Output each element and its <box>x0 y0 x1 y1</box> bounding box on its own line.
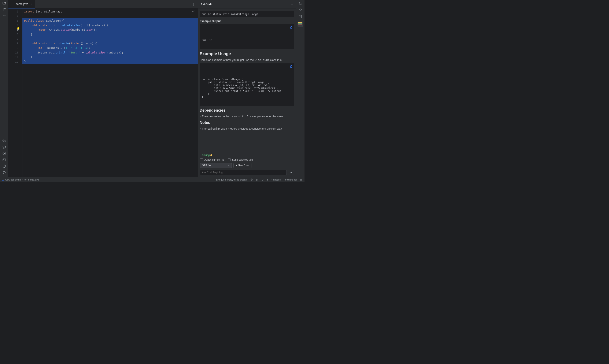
askcodi-header: AskCodi <box>198 0 296 8</box>
svg-point-15 <box>287 3 287 3</box>
tab-demo-java[interactable]: demo.java <box>8 0 35 8</box>
git-icon[interactable] <box>2 170 6 174</box>
svg-point-20 <box>299 15 302 16</box>
encoding[interactable]: UTF-8 <box>262 178 268 181</box>
svg-point-10 <box>3 173 4 174</box>
line-separator[interactable]: LF <box>256 178 259 181</box>
askcodi-title: AskCodi <box>200 2 212 6</box>
svg-point-11 <box>5 172 5 173</box>
project-badge-icon <box>2 179 4 181</box>
code-snippet-sig: public static void main(String[] args) <box>200 11 294 17</box>
svg-rect-25 <box>300 180 302 181</box>
ask-input[interactable] <box>200 170 287 175</box>
askcodi-body[interactable]: public static void main(String[] args) E… <box>198 8 296 152</box>
cursor-position[interactable]: 5:45 (283 chars, 9 line breaks) <box>216 178 248 181</box>
project-name[interactable]: AskCodi_demo <box>5 178 21 181</box>
example-usage-block: public class ExampleUsage { public stati… <box>200 64 294 106</box>
askcodi-panel: AskCodi public static void main(String[]… <box>198 0 296 177</box>
example-output-block: Sum: 15 <box>200 24 294 49</box>
attach-file-checkbox[interactable]: Attach current file <box>200 158 224 161</box>
notes-heading: Notes <box>200 120 294 125</box>
database-icon[interactable] <box>298 15 302 19</box>
breadcrumb-file[interactable]: demo.java <box>28 178 39 181</box>
send-button[interactable] <box>288 170 294 175</box>
deps-bullet: The class relies on the java.util.Arrays… <box>200 114 294 118</box>
lock-icon[interactable] <box>300 178 302 181</box>
svg-rect-23 <box>298 25 302 25</box>
svg-point-13 <box>193 4 194 4</box>
example-output-heading: Example Output <box>200 19 294 23</box>
askcodi-footer: Thinking Attach current file Send select… <box>198 152 296 177</box>
svg-point-3 <box>3 16 3 16</box>
chevron-down-icon <box>228 164 230 167</box>
svg-rect-2 <box>3 10 4 11</box>
tab-bar: demo.java <box>8 0 198 8</box>
svg-point-9 <box>3 171 4 172</box>
right-tool-rail <box>296 0 304 177</box>
svg-rect-21 <box>298 22 302 23</box>
more-icon[interactable] <box>2 14 6 18</box>
svg-rect-22 <box>298 24 302 24</box>
usage-paragraph: Here's an example of how you might use t… <box>200 58 294 62</box>
askcodi-icon <box>298 22 302 25</box>
svg-rect-18 <box>290 27 292 28</box>
copy-icon[interactable] <box>289 65 293 68</box>
lightbulb-icon[interactable]: 💡 <box>16 27 20 31</box>
thinking-status: Thinking <box>200 154 294 157</box>
git-branch[interactable]: Pholders-api <box>284 178 297 181</box>
example-usage-heading: Example Usage <box>200 51 294 56</box>
inspection-icon[interactable] <box>250 178 253 181</box>
model-select[interactable]: GPT 4o <box>200 163 232 168</box>
code-area[interactable]: 💡 import java.util.Arrays; public class … <box>22 8 198 177</box>
problems-icon[interactable] <box>2 164 6 168</box>
bell-icon[interactable] <box>298 1 302 5</box>
notes-bullet: The calculateSum method provides a conci… <box>200 127 294 131</box>
python-icon[interactable] <box>2 139 6 143</box>
svg-point-17 <box>287 5 287 5</box>
svg-rect-7 <box>3 159 6 161</box>
send-icon <box>290 171 292 174</box>
send-selected-checkbox[interactable]: Send selected text <box>228 158 253 161</box>
terminal-icon[interactable] <box>2 158 6 162</box>
close-icon[interactable] <box>30 3 33 5</box>
askcodi-rail-button[interactable] <box>298 22 303 27</box>
folder-icon[interactable] <box>2 1 6 5</box>
layers-icon[interactable] <box>2 145 6 149</box>
list-icon <box>11 2 14 5</box>
thinking-dot-icon <box>210 154 212 156</box>
svg-rect-19 <box>290 66 292 67</box>
copy-icon[interactable] <box>289 26 293 29</box>
minimize-icon[interactable] <box>291 3 293 6</box>
indent[interactable]: 4 spaces <box>271 178 281 181</box>
structure-icon[interactable] <box>2 8 6 12</box>
run-icon[interactable] <box>2 152 6 155</box>
list-icon <box>24 178 27 181</box>
svg-point-16 <box>287 4 287 4</box>
left-tool-rail <box>0 0 8 177</box>
line-gutter: 1 2 3 4 5 6 7 8 9 10 11 12 <box>8 8 22 177</box>
editor-panel: demo.java 1 2 3 4 5 6 7 8 9 10 11 12 <box>8 0 198 177</box>
svg-point-12 <box>193 3 194 3</box>
editor-body[interactable]: 1 2 3 4 5 6 7 8 9 10 11 12 💡 import java… <box>8 8 198 177</box>
svg-point-5 <box>5 16 5 16</box>
svg-rect-1 <box>4 8 5 9</box>
panel-more-icon[interactable] <box>285 3 289 6</box>
svg-point-4 <box>4 16 4 16</box>
new-chat-button[interactable]: + New Chat <box>233 163 252 168</box>
svg-point-14 <box>193 5 194 5</box>
tab-more-icon[interactable] <box>192 2 195 6</box>
deps-heading: Dependencies <box>200 108 294 113</box>
status-bar: AskCodi_demo › demo.java 5:45 (283 chars… <box>0 177 304 182</box>
svg-rect-0 <box>3 8 4 9</box>
link-icon[interactable] <box>298 8 302 12</box>
tab-filename: demo.java <box>16 2 28 5</box>
